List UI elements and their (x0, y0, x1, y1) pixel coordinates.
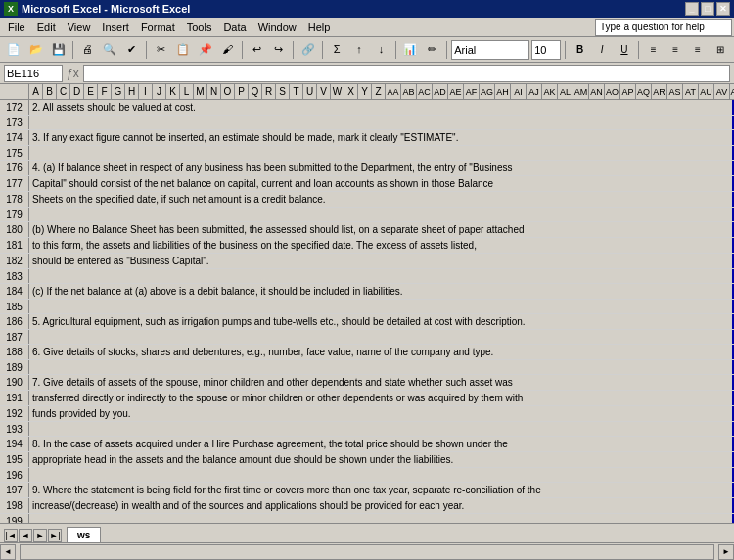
col-header-j[interactable]: J (153, 84, 166, 99)
format-painter-button[interactable]: 🖌 (217, 39, 238, 61)
align-right-button[interactable]: ≡ (688, 39, 709, 61)
name-box[interactable] (4, 65, 63, 82)
drawing-button[interactable]: ✏ (423, 39, 443, 61)
menu-help[interactable]: Help (302, 20, 337, 35)
paste-button[interactable]: 📌 (196, 39, 216, 61)
spell-check-button[interactable]: ✔ (121, 39, 142, 61)
col-header-ao[interactable]: AO (605, 84, 620, 99)
row-cell[interactable] (29, 514, 734, 523)
col-header-i[interactable]: I (139, 84, 153, 99)
col-header-r[interactable]: R (262, 84, 276, 99)
col-header-o[interactable]: O (221, 84, 235, 99)
col-header-aj[interactable]: AJ (527, 84, 542, 99)
col-header-av[interactable]: AV (714, 84, 730, 99)
copy-button[interactable]: 📋 (173, 39, 194, 61)
undo-button[interactable]: ↩ (247, 39, 267, 61)
row-cell[interactable] (29, 330, 734, 344)
row-cell[interactable]: Sheets on the specified date, if such ne… (29, 192, 734, 207)
menu-view[interactable]: View (62, 20, 97, 35)
col-header-a[interactable]: A (29, 84, 43, 99)
help-search-box[interactable]: Type a question for help (595, 19, 732, 36)
bold-button[interactable]: B (570, 39, 590, 61)
row-cell[interactable]: Capital" should consist of the net balan… (29, 176, 734, 191)
row-cell[interactable]: transferred directly or indirectly to th… (29, 391, 734, 405)
align-left-button[interactable]: ≡ (643, 39, 664, 61)
row-cell[interactable]: 7. Give details of assets of the spouse,… (29, 375, 734, 390)
col-header-m[interactable]: M (194, 84, 207, 99)
col-header-n[interactable]: N (207, 84, 221, 99)
redo-button[interactable]: ↪ (269, 39, 290, 61)
menu-format[interactable]: Format (135, 20, 181, 35)
row-cell[interactable]: 2. All assets should be valued at cost. (29, 100, 734, 115)
col-header-ab[interactable]: AB (401, 84, 417, 99)
menu-data[interactable]: Data (217, 20, 252, 35)
row-cell[interactable]: 5. Agricultural equipment, such as irrig… (29, 314, 734, 329)
col-header-y[interactable]: Y (358, 84, 372, 99)
print-button[interactable]: 🖨 (77, 39, 98, 61)
sort-asc-button[interactable]: ↑ (349, 39, 370, 61)
minimize-button[interactable]: _ (685, 2, 699, 16)
underline-button[interactable]: U (615, 39, 635, 61)
font-size-input[interactable] (531, 40, 561, 60)
formula-input[interactable] (83, 65, 730, 82)
maximize-button[interactable]: □ (701, 2, 714, 16)
col-header-t[interactable]: T (290, 84, 303, 99)
col-header-ac[interactable]: AC (417, 84, 433, 99)
autosum-button[interactable]: Σ (327, 39, 347, 61)
col-header-ap[interactable]: AP (620, 84, 636, 99)
col-header-ah[interactable]: AH (495, 84, 511, 99)
col-header-p[interactable]: P (235, 84, 249, 99)
col-header-al[interactable]: AL (558, 84, 573, 99)
col-header-z[interactable]: Z (372, 84, 386, 99)
merge-center-button[interactable]: ⊞ (710, 39, 730, 61)
row-cell[interactable] (29, 300, 734, 313)
font-name-input[interactable] (451, 40, 529, 60)
open-button[interactable]: 📂 (26, 39, 47, 61)
col-header-aq[interactable]: AQ (636, 84, 652, 99)
col-header-h[interactable]: H (125, 84, 139, 99)
row-cell[interactable]: 3. If any exact figure cannot be inserte… (29, 130, 734, 145)
menu-edit[interactable]: Edit (31, 20, 62, 35)
tab-prev-button[interactable]: ◄ (19, 529, 32, 542)
row-cell[interactable]: 8. In the case of assets acquired under … (29, 437, 734, 451)
col-header-at[interactable]: AT (683, 84, 699, 99)
row-cell[interactable] (29, 116, 734, 129)
col-header-k[interactable]: K (166, 84, 180, 99)
menu-window[interactable]: Window (252, 20, 302, 35)
print-preview-button[interactable]: 🔍 (100, 39, 120, 61)
align-center-button[interactable]: ≡ (665, 39, 686, 61)
row-cell[interactable]: (c) If the net balance at (a) above is a… (29, 284, 734, 299)
row-cell[interactable]: should be entered as "Business Capital". (29, 254, 734, 268)
sheet-tab-ws[interactable]: ws (67, 527, 101, 542)
scroll-thumb[interactable] (20, 544, 714, 560)
col-header-ak[interactable]: AK (542, 84, 558, 99)
row-cell[interactable] (29, 360, 734, 374)
tab-last-button[interactable]: ►| (48, 529, 62, 542)
row-cell[interactable]: (b) Where no Balance Sheet has been subm… (29, 222, 734, 237)
menu-insert[interactable]: Insert (96, 20, 135, 35)
row-cell[interactable] (29, 208, 734, 221)
row-cell[interactable] (29, 468, 734, 482)
col-header-g[interactable]: G (112, 84, 125, 99)
row-cell[interactable]: 6. Give details of stocks, shares and de… (29, 345, 734, 359)
close-button[interactable]: ✕ (716, 2, 730, 16)
chart-button[interactable]: 📊 (400, 39, 421, 61)
new-button[interactable]: 📄 (4, 39, 24, 61)
col-header-x[interactable]: X (344, 84, 358, 99)
row-cell[interactable]: to this form, the assets and liabilities… (29, 238, 734, 253)
row-cell[interactable]: 9. Where the statement is being field fo… (29, 483, 734, 497)
row-cell[interactable]: funds provided by you. (29, 406, 734, 421)
col-header-s[interactable]: S (276, 84, 290, 99)
col-header-am[interactable]: AM (573, 84, 589, 99)
scroll-left-button[interactable]: ◄ (0, 544, 16, 560)
col-header-ae[interactable]: AE (448, 84, 464, 99)
hyperlink-button[interactable]: 🔗 (298, 39, 318, 61)
col-header-b[interactable]: B (43, 84, 57, 99)
tab-first-button[interactable]: |◄ (4, 529, 18, 542)
col-header-au[interactable]: AU (699, 84, 714, 99)
col-header-u[interactable]: U (303, 84, 317, 99)
row-cell[interactable] (29, 422, 734, 436)
row-cell[interactable]: appropriate head in the assets and the b… (29, 452, 734, 467)
col-header-ag[interactable]: AG (480, 84, 495, 99)
col-header-f[interactable]: F (98, 84, 112, 99)
